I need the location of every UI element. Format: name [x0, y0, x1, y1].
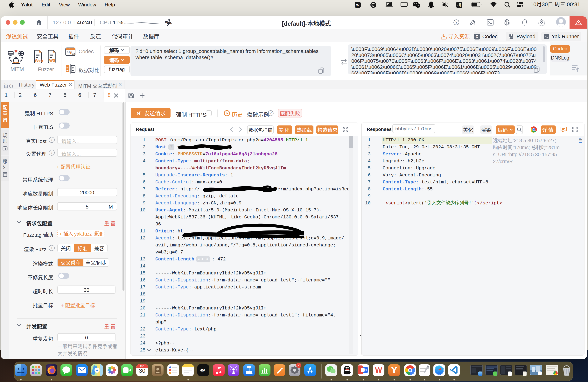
svg-text:拼: 拼: [457, 2, 462, 7]
svg-text:?: ?: [270, 111, 272, 115]
svg-text:WS: WS: [49, 58, 55, 63]
svg-text:Web: Web: [35, 58, 43, 63]
svg-text:</>: </>: [72, 52, 75, 56]
svg-text:W: W: [356, 3, 359, 7]
svg-text:?: ?: [455, 21, 457, 24]
